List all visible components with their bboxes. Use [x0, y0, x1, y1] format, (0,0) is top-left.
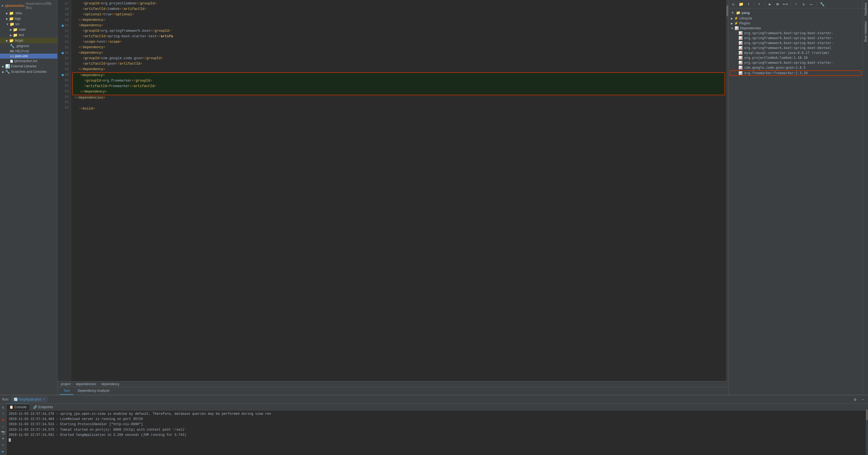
scroll-up-btn[interactable]: ↑ — [1, 411, 6, 416]
stop-btn[interactable]: ■ — [1, 418, 6, 423]
dep-bar-icon: 📊 — [739, 46, 743, 50]
iml-icon: 📄 — [10, 60, 13, 63]
dep-text-2: org.springframework.boot:spring-boot-sta… — [744, 41, 833, 45]
console-tab-console[interactable]: 📋 Console — [7, 404, 29, 410]
sidebar-item-helpmd[interactable]: MD HELP.md — [0, 49, 57, 54]
code-line-50: </dependency> — [71, 18, 726, 23]
helpmd-label: HELP.md — [16, 49, 29, 53]
settings-btn[interactable]: 🔧 — [819, 1, 825, 7]
minimize-btn[interactable]: — — [860, 396, 866, 402]
goal-btn[interactable]: ⟺ — [782, 1, 788, 7]
restart-btn[interactable]: ↻ — [1, 405, 6, 410]
database-tab[interactable]: Database — [863, 0, 868, 18]
scroll-down-btn[interactable]: ↓ — [1, 424, 6, 429]
sidebar-item-logs[interactable]: ▶ 📁 logs — [0, 16, 57, 21]
more-btn[interactable]: ⋯ — [1, 443, 6, 448]
folder-icon: 📁 — [9, 17, 14, 21]
editor-area: 47 48 49 50 51 52 53 54 55 56 57 58 59 6… — [58, 0, 728, 395]
deps-label: Dependencies — [740, 26, 761, 30]
tab-text[interactable]: Text — [60, 387, 73, 395]
maven-m-btn[interactable]: m — [775, 1, 781, 7]
git-icon: 🔧 — [10, 44, 14, 48]
sidebar-item-target[interactable]: ▶ 📁 target — [0, 38, 57, 43]
line-num-51: 51 — [60, 23, 69, 29]
folder-btn[interactable]: 📁 — [738, 1, 744, 7]
run-btn[interactable]: ▶ — [767, 1, 773, 7]
dep-item-2[interactable]: 📊 org.springframework.boot:spring-boot-s… — [728, 40, 863, 45]
dep-item-3[interactable]: 📊 org.springframework.boot:spring-boot-d… — [728, 45, 863, 51]
sidebar-item-scratches[interactable]: ▶ 🔧 Scratches and Consoles — [0, 69, 57, 74]
add-btn[interactable]: + — [756, 1, 762, 7]
project-name: qbmmaction — [5, 4, 24, 8]
console-tabs: 📋 Console 🔗 Endpoints — [7, 404, 56, 410]
plugins-arrow: ▶ — [731, 22, 733, 25]
sidebar-item-src[interactable]: ▼ 📁 src — [0, 21, 57, 27]
console-main: 📋 Console 🔗 Endpoints 2019-11-03 22:57:1… — [7, 404, 866, 455]
sidebar-item-qbmmiml[interactable]: 📄 qbmmaction.iml — [0, 59, 57, 64]
plugins-label: Plugins — [739, 21, 750, 25]
dep-text-0: org.springframework.boot:spring-boot-sta… — [744, 31, 833, 35]
editor-scrollbar[interactable] — [726, 0, 728, 381]
run-controls: ↻ ↑ ■ ↓ 📷 ≡ ⋯ ▶ — [0, 404, 7, 455]
ext-label: External Libraries — [11, 64, 36, 68]
collapse-btn[interactable]: ⟵ — [808, 1, 814, 7]
tab-dependency-analyzer[interactable]: Dependency Analyzer — [74, 387, 114, 395]
filter-btn[interactable]: ≡ — [1, 436, 6, 441]
camera-btn[interactable]: 📷 — [1, 430, 6, 435]
run-tab-close[interactable]: × — [43, 397, 45, 401]
sort-btn[interactable]: ⇅ — [801, 1, 807, 7]
folder-icon: 📁 — [13, 33, 18, 37]
console-scrollbar-thumb[interactable] — [866, 409, 868, 420]
log-line-0: 2019-11-03 22:57:14,278 - spring.jpa.ope… — [9, 412, 864, 417]
lightning-btn[interactable]: ⚡ — [793, 1, 799, 7]
code-line-61: <groupId>org.freemarker</groupId> — [73, 78, 724, 84]
dep-item-freemarker[interactable]: 📊 org.freemarker:freemarker:2.3.29 — [730, 70, 861, 76]
line-num-59: 59 — [60, 67, 69, 72]
bean-validation-tab[interactable]: Bean Validation — [863, 18, 868, 44]
dep-item-4[interactable]: 📊 mysql:mysql-connector-java:8.0.17 (run… — [728, 51, 863, 55]
sidebar-item-idea[interactable]: ▶ 📁 .idea — [0, 10, 57, 16]
sidebar-item-gitignore[interactable]: 🔧 .gitignore — [0, 43, 57, 49]
endpoints-icon: 🔗 — [33, 405, 37, 409]
dep-item-7[interactable]: 📊 com.google.code.gson:gson:2.8.5 — [728, 65, 863, 70]
settings-gear-btn[interactable]: ⚙ — [852, 396, 858, 402]
download-btn[interactable]: ⬇ — [746, 1, 752, 7]
maven-plugins[interactable]: ▶ ⚡ Plugins — [728, 21, 863, 26]
code-content[interactable]: <groupId>org.projectlombok</groupId> <ar… — [71, 0, 726, 381]
console-scrollbar[interactable] — [866, 404, 868, 455]
maven-dependencies[interactable]: ▼ 📊 Dependencies — [728, 26, 863, 31]
ext-arrow: ▶ — [2, 65, 4, 68]
scrollbar-thumb[interactable] — [726, 5, 728, 17]
sidebar-item-pomxml[interactable]: xml pom.xml — [0, 54, 57, 59]
dep-item-0[interactable]: 📊 org.springframework.boot:spring-boot-s… — [728, 31, 863, 36]
refresh-btn[interactable]: ↻ — [730, 1, 736, 7]
line-num-61: 61 — [60, 78, 69, 83]
play-btn[interactable]: ▶ — [1, 449, 6, 454]
run-header: Run: 🔄 YangApplication × ⚙ — — [0, 395, 868, 404]
maven-title: ▼ 📁 yang — [728, 9, 863, 16]
console-tab-endpoints[interactable]: 🔗 Endpoints — [30, 404, 56, 410]
dep-text-7: com.google.code.gson:gson:2.8.5 — [744, 66, 806, 69]
sidebar-item-ext-libs[interactable]: ▶ 📊 External Libraries — [0, 64, 57, 69]
test-arrow: ▶ — [10, 34, 12, 37]
code-line-57: <groupId>com.google.code.gson</groupId> — [71, 56, 726, 61]
dep-item-5[interactable]: 📊 org.projectlombok:lombok:1.18.10 — [728, 55, 863, 60]
logs-label: logs — [15, 17, 21, 21]
dep-bar-icon: 📊 — [739, 66, 743, 69]
code-line-54: <scope>test</scope> — [71, 39, 726, 45]
project-arrow[interactable]: ▼ — [1, 4, 4, 7]
run-app-tab[interactable]: 🔄 YangApplication × — [11, 397, 48, 402]
dep-item-6[interactable]: 📊 org.springframework.boot:spring-boot-s… — [728, 60, 863, 65]
breadcrumb-project: project — [61, 382, 71, 386]
sidebar-item-main[interactable]: ▶ 📁 main — [0, 27, 57, 32]
folder-icon: 📁 — [9, 38, 14, 43]
line-num-58: 58 — [60, 61, 69, 67]
log-line-4: 2019-11-03 22:57:14,581 - Started YangAp… — [9, 432, 864, 438]
code-line-53: <artifactId>spring-boot-starter-test</ar… — [71, 34, 726, 39]
app-icon: 🔄 — [14, 397, 18, 401]
console-output[interactable]: 2019-11-03 22:57:14,278 - spring.jpa.ope… — [7, 411, 866, 455]
dep-text-5: org.projectlombok:lombok:1.18.10 — [744, 56, 807, 60]
sidebar-item-test[interactable]: ▶ 📁 test — [0, 32, 57, 38]
maven-lifecycle[interactable]: ▶ ⚡ Lifecycle — [728, 16, 863, 21]
dep-item-1[interactable]: 📊 org.springframework.boot:spring-boot-s… — [728, 36, 863, 40]
